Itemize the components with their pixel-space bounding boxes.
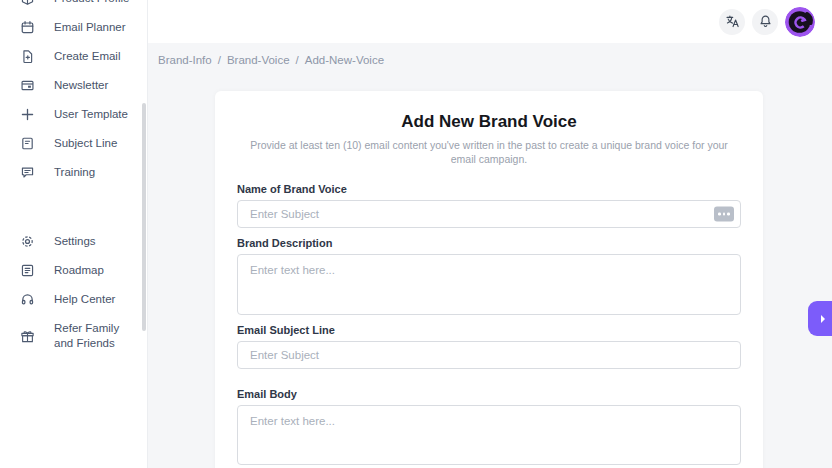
- sidebar-item-email-planner[interactable]: Email Planner: [0, 13, 147, 42]
- document-square-icon: [20, 263, 35, 278]
- field-label-email-body: Email Body: [237, 387, 741, 401]
- sidebar-section-gap: [0, 187, 147, 227]
- breadcrumb-add-new-voice[interactable]: Add-New-Voice: [305, 54, 384, 66]
- sidebar-item-user-template[interactable]: User Template: [0, 100, 147, 129]
- gear-icon: [20, 234, 35, 249]
- sidebar-item-create-email[interactable]: Create Email: [0, 42, 147, 71]
- notifications-button[interactable]: [752, 9, 778, 35]
- email-subject-line-input[interactable]: [237, 341, 741, 369]
- app-root: Product Profile Email Planner Create Ema…: [0, 0, 832, 468]
- field-label-email-subject-line: Email Subject Line: [237, 323, 741, 337]
- breadcrumb-brand-info[interactable]: Brand-Info: [158, 54, 212, 66]
- sidebar-item-refer-family-and-friends[interactable]: Refer Family and Friends: [0, 314, 147, 358]
- sidebar-item-training[interactable]: Training: [0, 158, 147, 187]
- brand-voice-name-input[interactable]: [237, 200, 741, 228]
- breadcrumb: Brand-Info / Brand-Voice / Add-New-Voice: [158, 54, 384, 66]
- sidebar-item-settings[interactable]: Settings: [0, 227, 147, 256]
- clipboard-lines-icon: [20, 136, 35, 151]
- page-subtitle: Provide at least ten (10) email content …: [239, 138, 739, 166]
- sidebar-item-roadmap[interactable]: Roadmap: [0, 256, 147, 285]
- translate-icon: [725, 14, 740, 29]
- sidebar-scrollbar-thumb[interactable]: [142, 103, 146, 331]
- chevron-right-icon: [821, 315, 825, 323]
- sidebar-item-product-profile[interactable]: Product Profile: [0, 0, 147, 13]
- gift-icon: [20, 329, 35, 344]
- panel-toggle-button[interactable]: [808, 301, 832, 336]
- language-button[interactable]: [719, 9, 745, 35]
- field-label-brand-description: Brand Description: [237, 236, 741, 250]
- file-plus-icon: [20, 49, 35, 64]
- bell-icon: [758, 14, 773, 29]
- sidebar-item-help-center[interactable]: Help Center: [0, 285, 147, 314]
- user-avatar[interactable]: [785, 7, 815, 37]
- newsletter-card-icon: [20, 78, 35, 93]
- brand-description-textarea[interactable]: [237, 254, 741, 315]
- sidebar-nav: Product Profile Email Planner Create Ema…: [0, 0, 147, 358]
- breadcrumb-separator: /: [218, 54, 221, 66]
- calendar-icon: [20, 20, 35, 35]
- chat-bubble-icon: [20, 165, 35, 180]
- breadcrumb-separator: /: [296, 54, 299, 66]
- header: [147, 0, 832, 43]
- field-label-name-of-brand-voice: Name of Brand Voice: [237, 182, 741, 196]
- sidebar-item-subject-line[interactable]: Subject Line: [0, 129, 147, 158]
- breadcrumb-brand-voice[interactable]: Brand-Voice: [227, 54, 290, 66]
- page-title: Add New Brand Voice: [237, 112, 741, 132]
- cube-icon: [20, 0, 35, 6]
- email-body-textarea[interactable]: [237, 405, 741, 465]
- sidebar: Product Profile Email Planner Create Ema…: [0, 0, 148, 468]
- sidebar-item-newsletter[interactable]: Newsletter: [0, 71, 147, 100]
- headset-icon: [20, 292, 35, 307]
- extension-dots-icon[interactable]: [714, 207, 734, 222]
- brand-logo-icon: [785, 7, 815, 37]
- main-content: Brand-Info / Brand-Voice / Add-New-Voice…: [147, 43, 832, 468]
- add-brand-voice-card: Add New Brand Voice Provide at least ten…: [215, 91, 763, 468]
- brand-voice-name-field: [237, 200, 741, 228]
- plus-icon: [20, 107, 35, 122]
